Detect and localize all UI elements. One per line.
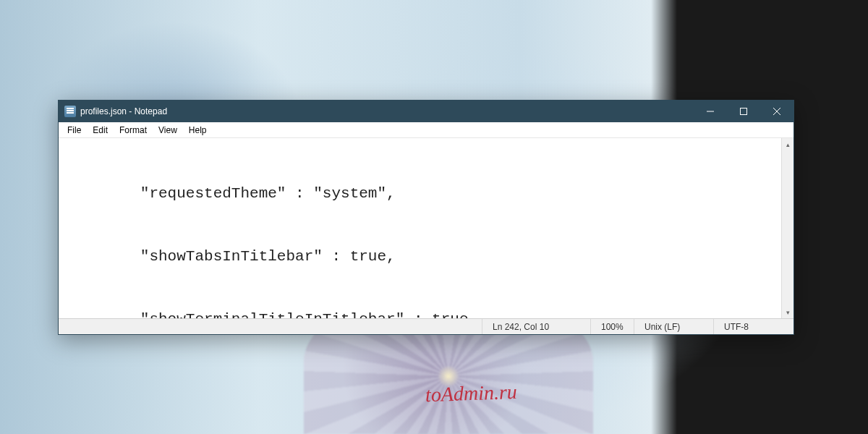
minimize-button[interactable] bbox=[694, 101, 727, 122]
status-cursor-position: Ln 242, Col 10 bbox=[482, 319, 591, 334]
menu-view[interactable]: View bbox=[153, 124, 183, 137]
notepad-window: profiles.json - Notepad File Edit Format… bbox=[58, 100, 794, 335]
status-line-ending: Unix (LF) bbox=[634, 319, 714, 334]
editor-area: "requestedTheme" : "system", "showTabsIn… bbox=[59, 138, 793, 318]
vertical-scrollbar[interactable]: ▴ ▾ bbox=[781, 138, 793, 318]
maximize-button[interactable] bbox=[727, 101, 760, 122]
code-line: "requestedTheme" : "system", bbox=[63, 183, 781, 204]
text-editor[interactable]: "requestedTheme" : "system", "showTabsIn… bbox=[59, 138, 781, 318]
svg-rect-1 bbox=[741, 109, 747, 115]
code-line: "showTabsInTitlebar" : true, bbox=[63, 246, 781, 267]
statusbar: Ln 242, Col 10 100% Unix (LF) UTF-8 bbox=[59, 318, 793, 334]
scroll-up-arrow-icon[interactable]: ▴ bbox=[782, 138, 793, 150]
notepad-icon bbox=[64, 106, 76, 117]
scroll-down-arrow-icon[interactable]: ▾ bbox=[782, 306, 793, 318]
menu-edit[interactable]: Edit bbox=[87, 124, 114, 137]
menubar: File Edit Format View Help bbox=[59, 122, 793, 138]
close-button[interactable] bbox=[760, 101, 793, 122]
menu-file[interactable]: File bbox=[61, 124, 87, 137]
status-zoom: 100% bbox=[591, 319, 634, 334]
window-title: profiles.json - Notepad bbox=[80, 106, 167, 116]
code-line: "showTerminalTitleInTitlebar" : true bbox=[63, 309, 781, 318]
titlebar[interactable]: profiles.json - Notepad bbox=[59, 101, 793, 122]
menu-format[interactable]: Format bbox=[114, 124, 153, 137]
status-encoding: UTF-8 bbox=[714, 319, 793, 334]
menu-help[interactable]: Help bbox=[183, 124, 213, 137]
window-controls bbox=[694, 101, 793, 122]
